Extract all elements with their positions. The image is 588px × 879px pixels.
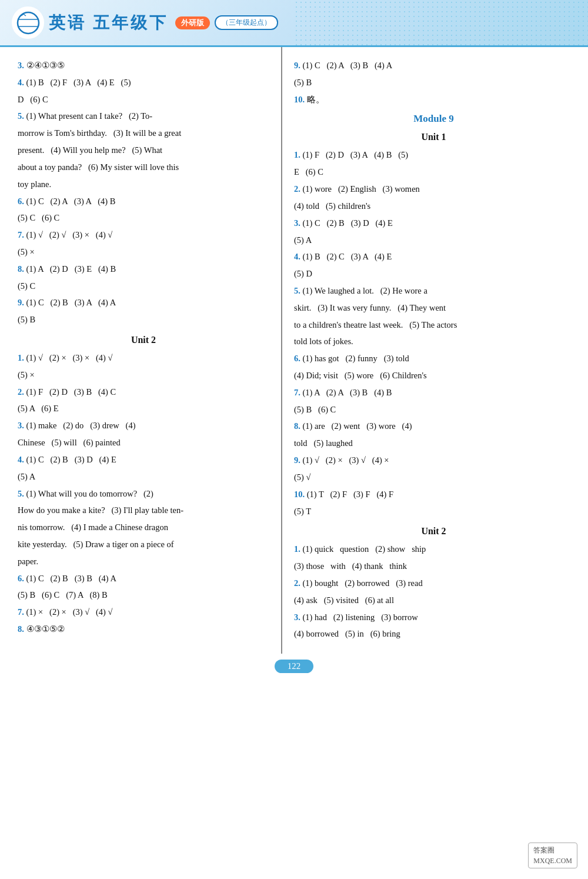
list-item: 4. (1) B (2) C (3) A (4) E: [294, 249, 573, 265]
list-item: 9. (1) C (2) B (3) A (4) A: [18, 295, 269, 311]
list-item: 4. (1) B (2) F (3) A (4) E (5): [18, 75, 269, 91]
header-decoration: [294, 0, 588, 47]
list-item: (5) √: [294, 470, 573, 485]
list-item: 8. (1) A (2) D (3) E (4) B: [18, 261, 269, 277]
list-item: 2. (1) F (2) D (3) B (4) C: [18, 384, 269, 400]
list-item: 2. (1) bought (2) borrowed (3) read: [294, 575, 573, 591]
list-item: E (6) C: [294, 164, 573, 180]
list-item: present. (4) Will you help me? (5) What: [18, 142, 269, 158]
list-item: 9. (1) C (2) A (3) B (4) A: [294, 58, 573, 74]
q-num: 10.: [294, 95, 305, 104]
list-item: (5) D: [294, 266, 573, 282]
list-item: 8. ④③①⑤②: [18, 621, 269, 637]
list-item: (5) A: [18, 469, 269, 485]
q-num: 9.: [18, 298, 24, 307]
list-item: 6. (1) C (2) B (3) B (4) A: [18, 571, 269, 587]
list-item: morrow is Tom's birthday. (3) It will be…: [18, 125, 269, 141]
q-num: 4.: [294, 252, 300, 261]
list-item: D (6) C: [18, 92, 269, 108]
list-item: 7. (1) √ (2) √ (3) × (4) √: [18, 227, 269, 243]
module9-title: Module 9: [294, 113, 573, 125]
q-num: 8.: [18, 264, 24, 274]
list-item: about a toy panda? (6) My sister will lo…: [18, 159, 269, 175]
left-column: 3. ②④①③⑤ 4. (1) B (2) F (3) A (4) E (5) …: [0, 47, 282, 654]
q-num: 4.: [18, 78, 24, 87]
list-item: (5) B: [294, 75, 573, 91]
list-item: (5) A (6) E: [18, 401, 269, 417]
list-item: (5) T: [294, 504, 573, 520]
list-item: 7. (1) × (2) × (3) √ (4) √: [18, 604, 269, 620]
list-item: (5) A: [294, 232, 573, 248]
q-num: 7.: [18, 230, 24, 239]
q-num: 5.: [18, 489, 24, 498]
q-num: 6.: [18, 197, 24, 206]
list-item: 1. (1) F (2) D (3) A (4) B (5): [294, 147, 573, 163]
watermark: 答案圈MXQE.COM: [528, 843, 577, 868]
list-item: toy plane.: [18, 177, 269, 192]
list-item: (5) C (6) C: [18, 210, 269, 226]
q-num: 7.: [294, 388, 300, 397]
list-item: (3) those with (4) thank think: [294, 558, 573, 574]
list-item: (4) Did; visit (5) wore (6) Children's: [294, 368, 573, 384]
page-header: 英语 五年级下 外研版 （三年级起点）: [0, 0, 588, 47]
list-item: told (5) laughed: [294, 435, 573, 451]
list-item: 7. (1) A (2) A (3) B (4) B: [294, 385, 573, 401]
q-num: 1.: [294, 150, 300, 159]
list-item: 10. (1) T (2) F (3) F (4) F: [294, 487, 573, 502]
right-unit2-title: Unit 2: [294, 526, 573, 537]
list-item: (4) told (5) children's: [294, 198, 573, 214]
list-item: (5) C: [18, 278, 269, 294]
unit1-title: Unit 1: [294, 132, 573, 142]
list-item: 3. ②④①③⑤: [18, 58, 269, 74]
list-item: (4) ask (5) visited (6) at all: [294, 592, 573, 608]
list-item: 1. (1) √ (2) × (3) × (4) √: [18, 350, 269, 366]
svg-line-4: [24, 14, 26, 16]
q-num: 5.: [294, 286, 300, 295]
header-badge2: （三年级起点）: [215, 15, 278, 30]
q-num: 10.: [294, 490, 305, 499]
list-item: kite yesterday. (5) Draw a tiger on a pi…: [18, 537, 269, 552]
list-item: 5. (1) What present can I take? (2) To-: [18, 108, 269, 124]
header-title: 英语 五年级下: [49, 12, 168, 34]
q-num: 7.: [18, 607, 24, 617]
q-num: 8.: [294, 421, 300, 431]
list-item: (5) ×: [18, 244, 269, 260]
list-item: 9. (1) √ (2) × (3) √ (4) ×: [294, 452, 573, 468]
right-column: 9. (1) C (2) A (3) B (4) A (5) B 10. 略。 …: [282, 47, 588, 654]
header-badge1: 外研版: [175, 16, 210, 29]
list-item: paper.: [18, 554, 269, 570]
list-item: (5) B: [18, 312, 269, 328]
list-item: 3. (1) make (2) do (3) drew (4): [18, 418, 269, 434]
q-num: 5.: [18, 111, 24, 121]
q-num: 3.: [18, 61, 24, 70]
main-content: 3. ②④①③⑤ 4. (1) B (2) F (3) A (4) E (5) …: [0, 47, 588, 654]
list-item: 3. (1) had (2) listening (3) borrow: [294, 610, 573, 625]
q-num: 1.: [294, 544, 300, 554]
list-item: (5) B (6) C: [294, 402, 573, 418]
list-item: to a children's theatre last week. (5) T…: [294, 317, 573, 333]
list-item: (5) ×: [18, 367, 269, 383]
list-item: 10. 略。: [294, 92, 573, 108]
list-item: 6. (1) has got (2) funny (3) told: [294, 351, 573, 367]
q-num: 4.: [18, 455, 24, 464]
list-item: 2. (1) wore (2) English (3) women: [294, 181, 573, 197]
list-item: 6. (1) C (2) A (3) A (4) B: [18, 194, 269, 209]
q-num: 3.: [294, 612, 300, 622]
list-item: How do you make a kite? (3) I'll play ta…: [18, 502, 269, 518]
q-num: 3.: [294, 218, 300, 228]
unit2-title: Unit 2: [18, 335, 269, 345]
footer: 122: [0, 654, 588, 676]
list-item: 5. (1) We laughed a lot. (2) He wore a: [294, 283, 573, 299]
list-item: skirt. (3) It was very funny. (4) They w…: [294, 300, 573, 316]
list-item: 8. (1) are (2) went (3) wore (4): [294, 418, 573, 434]
svg-point-0: [18, 12, 39, 34]
logo: [12, 6, 44, 39]
list-item: 1. (1) quick question (2) show ship: [294, 541, 573, 557]
list-item: told lots of jokes.: [294, 334, 573, 349]
q-num: 1.: [18, 353, 24, 362]
q-num: 6.: [18, 574, 24, 583]
list-item: 3. (1) C (2) B (3) D (4) E: [294, 215, 573, 231]
list-item: 5. (1) What will you do tomorrow? (2): [18, 486, 269, 502]
q-num: 2.: [18, 387, 24, 397]
q-num: 6.: [294, 354, 300, 363]
